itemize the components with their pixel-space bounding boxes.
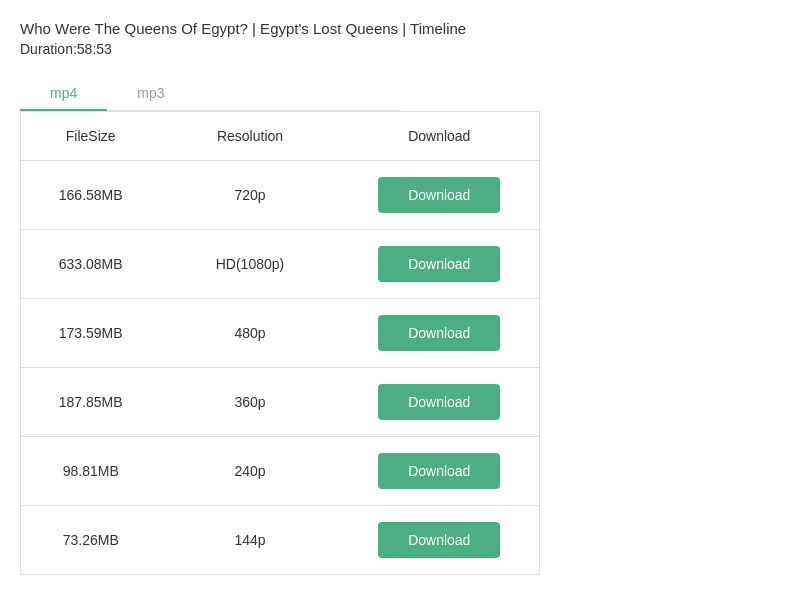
cell-download: Download: [340, 368, 539, 437]
header-download: Download: [340, 112, 539, 161]
cell-filesize: 633.08MB: [21, 230, 160, 299]
tab-bar: mp4 mp3: [20, 77, 400, 111]
duration: Duration:58:53: [20, 41, 780, 57]
duration-value: 58:53: [77, 41, 112, 57]
table-row: 173.59MB480pDownload: [21, 299, 539, 368]
cell-filesize: 98.81MB: [21, 437, 160, 506]
download-button-1[interactable]: Download: [378, 246, 500, 282]
table-header-row: FileSize Resolution Download: [21, 112, 539, 161]
download-button-3[interactable]: Download: [378, 384, 500, 420]
cell-resolution: 480p: [160, 299, 339, 368]
cell-download: Download: [340, 299, 539, 368]
table-row: 73.26MB144pDownload: [21, 506, 539, 575]
cell-filesize: 166.58MB: [21, 161, 160, 230]
cell-resolution: 240p: [160, 437, 339, 506]
cell-resolution: 720p: [160, 161, 339, 230]
cell-resolution: 360p: [160, 368, 339, 437]
download-table: FileSize Resolution Download 166.58MB720…: [21, 112, 539, 574]
download-table-container: FileSize Resolution Download 166.58MB720…: [20, 111, 540, 575]
cell-filesize: 73.26MB: [21, 506, 160, 575]
cell-filesize: 187.85MB: [21, 368, 160, 437]
cell-download: Download: [340, 506, 539, 575]
cell-resolution: HD(1080p): [160, 230, 339, 299]
table-row: 98.81MB240pDownload: [21, 437, 539, 506]
header-filesize: FileSize: [21, 112, 160, 161]
table-row: 187.85MB360pDownload: [21, 368, 539, 437]
table-row: 633.08MBHD(1080p)Download: [21, 230, 539, 299]
page-title: Who Were The Queens Of Egypt? | Egypt's …: [20, 20, 780, 37]
cell-download: Download: [340, 230, 539, 299]
download-button-2[interactable]: Download: [378, 315, 500, 351]
tab-mp3[interactable]: mp3: [107, 77, 194, 111]
cell-download: Download: [340, 161, 539, 230]
download-button-4[interactable]: Download: [378, 453, 500, 489]
duration-label: Duration:: [20, 41, 77, 57]
download-button-0[interactable]: Download: [378, 177, 500, 213]
tab-mp4[interactable]: mp4: [20, 77, 107, 111]
cell-download: Download: [340, 437, 539, 506]
download-button-5[interactable]: Download: [378, 522, 500, 558]
table-row: 166.58MB720pDownload: [21, 161, 539, 230]
header-resolution: Resolution: [160, 112, 339, 161]
cell-resolution: 144p: [160, 506, 339, 575]
cell-filesize: 173.59MB: [21, 299, 160, 368]
